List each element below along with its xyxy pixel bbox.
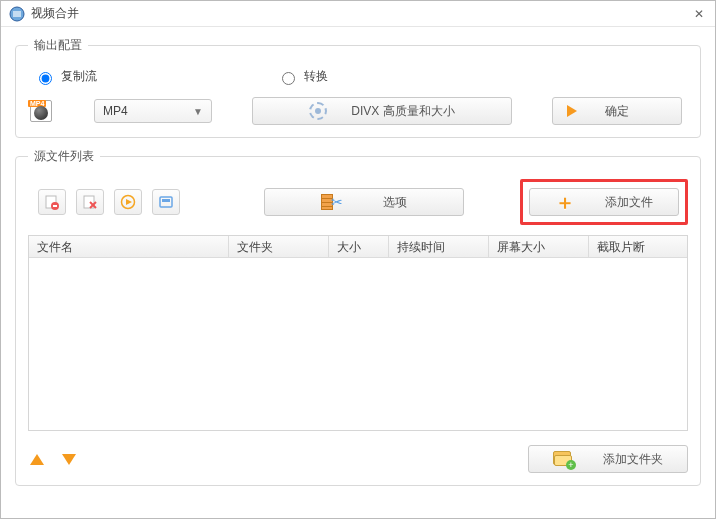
options-label: 选项 (383, 194, 407, 211)
move-down-button[interactable] (60, 450, 78, 468)
move-up-button[interactable] (28, 450, 46, 468)
radio-copy-stream-label: 复制流 (61, 68, 97, 85)
output-config-legend: 输出配置 (28, 37, 88, 54)
divx-quality-button[interactable]: DIVX 高质量和大小 (252, 97, 512, 125)
add-folder-label: 添加文件夹 (603, 451, 663, 468)
format-dropdown-value: MP4 (103, 104, 128, 118)
add-file-label: 添加文件 (605, 194, 653, 211)
radio-convert-input[interactable] (282, 72, 295, 85)
chevron-down-icon: ▼ (193, 106, 203, 117)
arrow-right-icon (567, 105, 577, 117)
arrow-up-icon (30, 454, 44, 465)
view-mode-button[interactable] (152, 189, 180, 215)
close-icon[interactable]: ✕ (691, 7, 707, 21)
output-config-group: 输出配置 复制流 转换 MP4 MP4 ▼ DIVX (15, 37, 701, 138)
radio-copy-stream-input[interactable] (39, 72, 52, 85)
svg-rect-11 (162, 199, 170, 202)
col-clip[interactable]: 截取片断 (589, 236, 687, 258)
file-table[interactable]: 文件名 文件夹 大小 持续时间 屏幕大小 截取片断 (28, 235, 688, 431)
confirm-label: 确定 (605, 103, 629, 120)
scissors-icon: ✂ (331, 194, 343, 210)
add-file-button[interactable]: ＋ 添加文件 (529, 188, 679, 216)
preview-play-button[interactable] (114, 189, 142, 215)
radio-convert-label: 转换 (304, 68, 328, 85)
col-filename[interactable]: 文件名 (29, 236, 229, 258)
file-table-header: 文件名 文件夹 大小 持续时间 屏幕大小 截取片断 (29, 236, 687, 258)
svg-rect-4 (53, 205, 57, 207)
svg-marker-9 (126, 199, 132, 205)
radio-convert[interactable]: 转换 (277, 68, 328, 85)
confirm-button[interactable]: 确定 (552, 97, 682, 125)
divx-quality-label: DIVX 高质量和大小 (351, 103, 454, 120)
options-button[interactable]: ✂ 选项 (264, 188, 464, 216)
arrow-down-icon (62, 454, 76, 465)
gear-icon (309, 102, 327, 120)
col-duration[interactable]: 持续时间 (389, 236, 489, 258)
col-screen[interactable]: 屏幕大小 (489, 236, 589, 258)
remove-item-button[interactable] (38, 189, 66, 215)
source-list-group: 源文件列表 ✂ 选项 (15, 148, 701, 486)
radio-copy-stream[interactable]: 复制流 (34, 68, 97, 85)
clear-list-button[interactable] (76, 189, 104, 215)
titlebar: 视频合并 ✕ (1, 1, 715, 27)
format-file-icon: MP4 (30, 100, 54, 122)
window-title: 视频合并 (31, 5, 79, 22)
folder-plus-icon: + (553, 451, 573, 467)
app-icon (9, 6, 25, 22)
highlight-frame: ＋ 添加文件 (520, 179, 688, 225)
add-folder-button[interactable]: + 添加文件夹 (528, 445, 688, 473)
col-size[interactable]: 大小 (329, 236, 389, 258)
source-list-legend: 源文件列表 (28, 148, 100, 165)
format-dropdown[interactable]: MP4 ▼ (94, 99, 212, 123)
col-folder[interactable]: 文件夹 (229, 236, 329, 258)
svg-rect-1 (13, 11, 21, 17)
